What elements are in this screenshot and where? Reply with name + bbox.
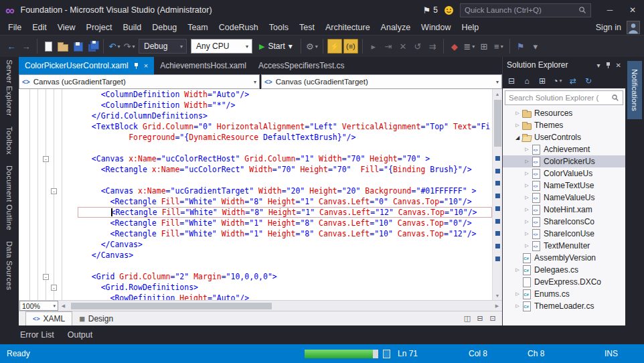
code-line-14[interactable]: <Rectangle Fill="White" Width="1" Height… xyxy=(78,228,492,239)
find-results-icon[interactable]: ≣▾ xyxy=(462,38,477,54)
code-area[interactable]: <ColumnDefinition Width="Auto"/> <Column… xyxy=(78,89,492,300)
scroll-left-arrow-icon[interactable]: ◀ xyxy=(58,303,68,309)
build-tools-icon[interactable]: ⚙▾ xyxy=(305,38,319,54)
close-icon[interactable]: × xyxy=(144,62,148,70)
menu-window[interactable]: Window xyxy=(416,21,456,33)
panel-tab-error-list[interactable]: Error List xyxy=(20,330,54,340)
code-line-9[interactable] xyxy=(78,175,492,186)
pending-changes-filter-icon[interactable]: ◔▾ xyxy=(551,74,564,88)
document-tab-colorpickerusercontrol-xaml[interactable]: ColorPickerUserControl.xaml× xyxy=(19,57,154,74)
view-tab-xaml[interactable]: <>XAML xyxy=(25,311,72,325)
redo-icon[interactable]: ↷▾ xyxy=(122,38,137,54)
start-debug-button[interactable]: ▶Start▾ xyxy=(254,38,297,54)
code-line-16[interactable]: </Canvas> xyxy=(78,250,492,261)
code-line-11[interactable]: <Rectangle Fill="White" Width="8" Height… xyxy=(78,196,492,207)
menu-help[interactable]: Help xyxy=(457,21,485,33)
code-editor[interactable]: ---- <ColumnDefinition Width="Auto"/> <C… xyxy=(19,89,502,300)
menu-test[interactable]: Test xyxy=(294,21,320,33)
pin-icon[interactable] xyxy=(133,62,139,70)
notifications-flag-icon[interactable]: ⚑ xyxy=(423,5,431,15)
code-line-20[interactable]: <RowDefinition Height="Auto"/> xyxy=(78,293,492,300)
toolbar-options-icon[interactable]: ▾ xyxy=(528,38,543,54)
collapse-region-icon[interactable]: - xyxy=(51,188,57,194)
editor-horizontal-scrollbar[interactable] xyxy=(68,301,492,311)
notifications-count[interactable]: 5 xyxy=(433,5,438,15)
menu-project[interactable]: Project xyxy=(81,21,118,33)
code-line-1[interactable]: <ColumnDefinition Width="Auto"/> xyxy=(78,89,492,100)
element-navigator-combo-2[interactable]: <>Canvas (ucGradientTarget)▾ xyxy=(261,74,502,89)
navigate-window-icon[interactable]: ⊞ xyxy=(477,38,491,54)
sidebar-tab-data-sources[interactable]: Data Sources xyxy=(5,241,13,290)
expander-icon[interactable]: ◢ xyxy=(513,135,521,141)
bookmark-icon[interactable]: ⚑ xyxy=(513,38,528,54)
status-character[interactable]: Ch 8 xyxy=(528,349,544,358)
minimize-button[interactable]: ─ xyxy=(598,0,621,20)
navigate-back-icon[interactable]: ← xyxy=(4,38,19,54)
code-line-3[interactable]: </Grid.ColumnDefinitions> xyxy=(78,111,492,121)
scope-icon[interactable]: ⊞ xyxy=(536,74,549,88)
menu-team[interactable]: Team xyxy=(182,21,214,33)
tree-item-devexpress-dxco[interactable]: DevExpress.DXCo xyxy=(503,276,625,288)
menu-build[interactable]: Build xyxy=(117,21,147,33)
sync-with-active-document-icon[interactable]: ⇄ xyxy=(566,74,580,88)
sign-in-link[interactable]: Sign in xyxy=(596,23,621,32)
menu-architecture[interactable]: Architecture xyxy=(320,21,376,33)
menu-analyze[interactable]: Analyze xyxy=(376,21,416,33)
code-line-18[interactable]: <Grid Grid.Column="2" Margin="10,0,0,0"> xyxy=(78,271,492,282)
tree-item-delegaes-cs[interactable]: ▷Delegaes.cs xyxy=(503,264,625,276)
sidebar-tab-notifications[interactable]: Notifications xyxy=(627,61,642,119)
tree-item-themes[interactable]: ▷Themes xyxy=(503,119,625,131)
code-line-19[interactable]: <Grid.RowDefinitions> xyxy=(78,282,492,293)
menu-coderush[interactable]: CodeRush xyxy=(214,21,264,33)
tree-item-resources[interactable]: ▷Resources xyxy=(503,107,625,119)
tree-item-notehint-xam[interactable]: ▷NoteHint.xam xyxy=(503,204,625,216)
scroll-right-arrow-icon[interactable]: ▶ xyxy=(492,303,502,309)
split-vertical-icon[interactable]: ◫ xyxy=(462,313,473,324)
tree-item-enums-cs[interactable]: ▷Enums.cs xyxy=(503,288,625,300)
coderush-parens-icon[interactable]: (≡) xyxy=(343,39,358,54)
quick-launch-input[interactable]: Quick Launch (Ctrl+Q) xyxy=(460,3,591,17)
expander-icon[interactable]: ▷ xyxy=(513,291,521,297)
undo-icon[interactable]: ↶▾ xyxy=(107,38,122,54)
save-icon[interactable] xyxy=(70,38,85,54)
panel-tab-output[interactable]: Output xyxy=(68,330,93,340)
tree-item-usercontrols[interactable]: ◢UserControls xyxy=(503,131,625,143)
search-icon[interactable] xyxy=(608,94,623,102)
collapse-region-icon[interactable]: - xyxy=(43,274,49,280)
split-horizontal-icon[interactable]: ⊟ xyxy=(475,313,485,324)
tree-item-shareiconsco[interactable]: ▷ShareIconsCo xyxy=(503,216,625,228)
code-line-17[interactable] xyxy=(78,261,492,271)
code-line-12[interactable]: <Rectangle Fill="White" Width="8" Height… xyxy=(78,207,492,218)
navigate-forward-icon[interactable]: → xyxy=(19,38,33,54)
code-line-2[interactable]: <ColumnDefinition Width="*"/> xyxy=(78,100,492,111)
expander-icon[interactable]: ▷ xyxy=(523,231,531,236)
code-line-15[interactable]: </Canvas> xyxy=(78,239,492,250)
vertical-scrollbar-thumb[interactable] xyxy=(494,100,501,147)
tree-item-textmenuiter[interactable]: ▷TextMenuIter xyxy=(503,240,625,252)
scroll-up-arrow-icon[interactable]: ▲ xyxy=(493,89,502,98)
tree-item-colorpickerus[interactable]: ▷ColorPickerUs xyxy=(503,155,625,167)
expander-icon[interactable]: ▷ xyxy=(513,267,521,273)
expander-icon[interactable]: ▷ xyxy=(523,219,531,224)
menu-view[interactable]: View xyxy=(52,21,81,33)
expander-icon[interactable]: ▷ xyxy=(523,147,531,152)
menu-debug[interactable]: Debug xyxy=(147,21,182,33)
tree-item-namevalueus[interactable]: ▷NameValueUs xyxy=(503,192,625,204)
expander-icon[interactable]: ▷ xyxy=(523,183,531,188)
coderush-visualize-icon[interactable]: ⚡ xyxy=(327,39,342,54)
zoom-combo[interactable]: 100%▾ xyxy=(19,301,58,311)
feedback-smiley-icon[interactable] xyxy=(444,5,454,15)
sidebar-tab-toolbox[interactable]: Toolbox xyxy=(5,127,13,155)
view-tab-design[interactable]: ▦Design xyxy=(72,311,120,325)
code-line-4[interactable]: <TextBlock Grid.Column="0" HorizontalAli… xyxy=(78,121,492,132)
sidebar-tab-server-explorer[interactable]: Server Explorer xyxy=(5,60,13,116)
document-tab-accessspecifierstest-cs[interactable]: AccessSpecifiersTest.cs xyxy=(252,57,351,74)
pin-icon[interactable] xyxy=(605,62,611,69)
editor-vertical-scrollbar[interactable]: ▲ ▼ xyxy=(492,89,502,300)
avatar[interactable] xyxy=(627,21,640,34)
collapse-region-icon[interactable]: - xyxy=(43,156,49,162)
document-tab-achievementshost-xaml[interactable]: AchievementsHost.xaml xyxy=(154,57,252,74)
expander-icon[interactable]: ▷ xyxy=(523,195,531,200)
solution-configurations-combo[interactable]: Debug▾ xyxy=(139,39,187,54)
code-line-8[interactable]: <Rectangle x:Name="ucColorRect" Width="7… xyxy=(78,164,492,175)
